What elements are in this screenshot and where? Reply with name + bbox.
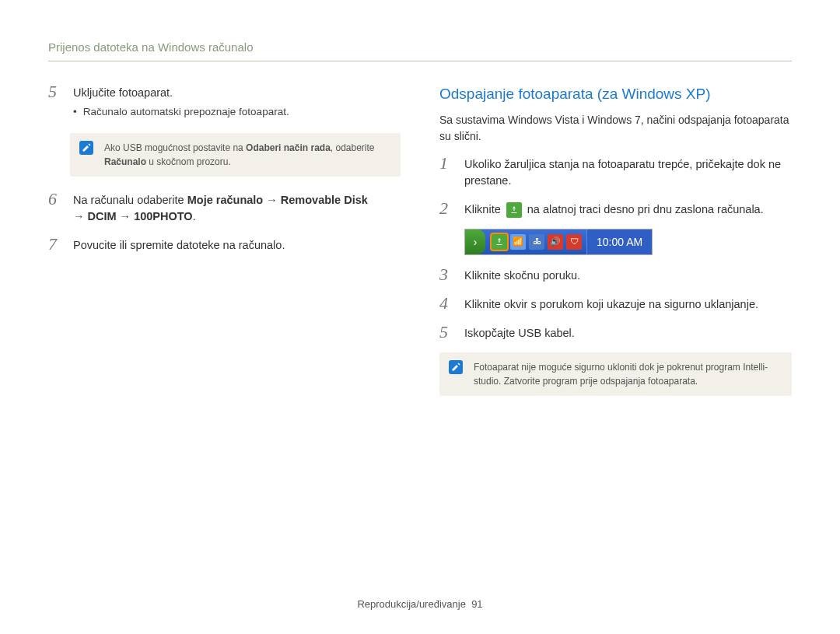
volume-tray-icon: 🔊 [548,234,563,250]
note-bold: Odaberi način rada [246,142,331,153]
step-3-right: 3 Kliknite skočnu poruku. [439,266,792,284]
arrow: → [117,210,135,222]
taskbar-screenshot: › 📶 🖧 🔊 🛡 10:00 AM [464,229,792,255]
step-text: Uključite fotoaparat. [73,85,401,101]
step-1-right: 1 Ukoliko žaruljica stanja na fotoaparat… [439,155,792,189]
path-part: 100PHOTO [134,210,193,222]
tray-icon: 📶 [510,234,526,250]
step-text: Ukoliko žaruljica stanja na fotoaparatu … [464,155,792,189]
step-5-right: 5 Iskopčajte USB kabel. [439,324,792,342]
info-icon [79,141,93,155]
note-text-part: u skočnom prozoru. [146,156,231,167]
footer-label: Reprodukcija/uređivanje [357,598,465,610]
sub-bullet-text: Računalo automatski prepoznaje fotoapara… [83,104,289,120]
note-text-part: , odaberite [331,142,375,153]
text-part: Kliknite [464,203,504,215]
arrow: → [73,210,88,222]
page-header: Prijenos datoteka na Windows računalo [48,39,792,61]
content-columns: 5 Uključite fotoaparat. • Računalo autom… [48,83,792,410]
left-column: 5 Uključite fotoaparat. • Računalo autom… [48,83,401,410]
path-part: Removable Disk [281,194,368,206]
step-text: Kliknite na alatnoj traci desno pri dnu … [464,200,792,218]
note-box-right: Fotoaparat nije moguće sigurno ukloniti … [439,352,792,396]
step-number: 5 [439,324,457,341]
step-2-right: 2 Kliknite na alatnoj traci desno pri dn… [439,200,792,218]
path-part: Moje računalo [187,194,264,206]
step-text: Kliknite skočnu poruku. [464,266,792,284]
safely-remove-hardware-tray-icon [492,234,507,250]
step-number: 5 [48,83,65,100]
safely-remove-hardware-icon [506,202,522,218]
step-number: 2 [439,200,457,217]
tray-icon: 🖧 [529,234,544,250]
step-text: Povucite ili spremite datoteke na računa… [73,236,401,254]
note-bold: Računalo [104,156,146,167]
sub-bullet: • Računalo automatski prepoznaje fotoapa… [73,104,401,120]
note-box-left: Ako USB mogućnost postavite na Odaberi n… [70,133,401,177]
text-part: . [193,210,196,222]
tray-icon: 🛡 [566,234,582,250]
step-number: 6 [48,191,65,208]
bullet-icon: • [73,104,77,120]
step-number: 4 [439,295,457,312]
step-7: 7 Povucite ili spremite datoteke na raču… [48,236,401,254]
text-part: Na računalu odaberite [73,194,187,206]
page-number: 91 [471,598,482,610]
taskbar-clock: 10:00 AM [586,229,652,254]
section-intro: Sa sustavima Windows Vista i Windows 7, … [439,112,792,144]
step-text: Iskopčajte USB kabel. [464,324,792,342]
step-number: 7 [48,236,65,253]
note-text: Fotoaparat nije moguće sigurno ukloniti … [474,362,768,387]
info-icon [449,360,463,374]
step-text: Na računalu odaberite Moje računalo → Re… [73,191,401,225]
step-6: 6 Na računalu odaberite Moje računalo → … [48,191,401,225]
step-4-right: 4 Kliknite okvir s porukom koji ukazuje … [439,295,792,313]
path-part: DCIM [88,210,117,222]
section-title: Odspajanje fotoaparata (za Windows XP) [439,83,792,105]
right-column: Odspajanje fotoaparata (za Windows XP) S… [439,83,792,410]
note-text-part: Ako USB mogućnost postavite na [104,142,246,153]
step-number: 3 [439,266,457,283]
step-text: Kliknite okvir s porukom koji ukazuje na… [464,295,792,313]
start-button-icon: › [465,229,485,254]
text-part: na alatnoj traci desno pri dnu zaslona r… [524,203,764,215]
step-number: 1 [439,155,457,172]
arrow: → [263,194,281,206]
system-tray: 📶 🖧 🔊 🛡 [487,229,586,254]
page-footer: Reprodukcija/uređivanje 91 [0,597,840,612]
step-5: 5 Uključite fotoaparat. • Računalo autom… [48,83,401,123]
